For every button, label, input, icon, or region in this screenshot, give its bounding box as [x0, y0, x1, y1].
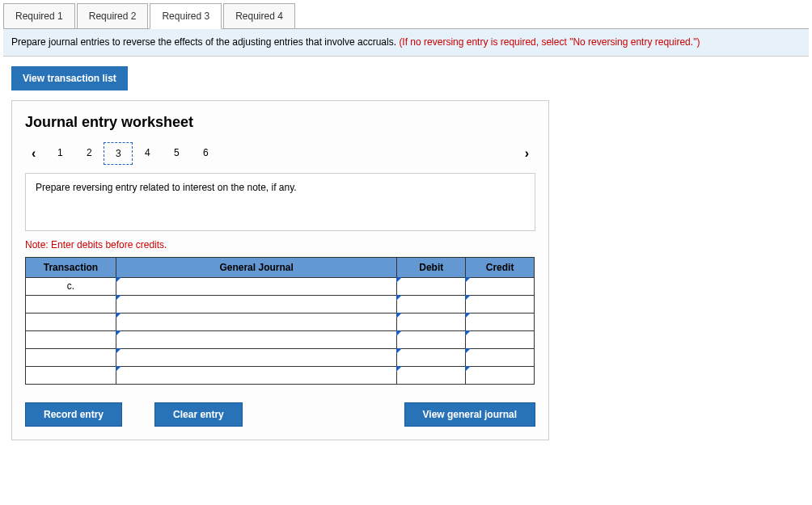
- table-row: [26, 295, 535, 313]
- pager-6[interactable]: 6: [191, 142, 220, 165]
- cell-debit[interactable]: [397, 366, 466, 384]
- clear-entry-button[interactable]: Clear entry: [154, 402, 243, 427]
- pager-3[interactable]: 3: [104, 142, 133, 165]
- cell-transaction[interactable]: [26, 313, 116, 330]
- instruction-hint: (If no reversing entry is required, sele…: [399, 36, 700, 48]
- cell-transaction[interactable]: [26, 348, 116, 366]
- worksheet-button-row: Record entry Clear entry View general jo…: [25, 402, 535, 427]
- cell-general-journal[interactable]: [116, 366, 396, 384]
- cell-debit[interactable]: [397, 330, 466, 348]
- pager-4[interactable]: 4: [133, 142, 162, 165]
- table-row: [26, 348, 535, 366]
- table-row: [26, 330, 535, 348]
- pager-numbers: 1 2 3 4 5 6: [45, 142, 518, 165]
- cell-credit[interactable]: [466, 348, 535, 366]
- cell-transaction[interactable]: [26, 366, 116, 384]
- journal-worksheet-panel: Journal entry worksheet ‹ 1 2 3 4 5 6 › …: [11, 100, 549, 440]
- chevron-left-icon[interactable]: ‹: [25, 143, 42, 164]
- cell-credit[interactable]: [466, 330, 535, 348]
- instruction-text: Prepare journal entries to reverse the e…: [11, 36, 399, 48]
- worksheet-title: Journal entry worksheet: [25, 114, 535, 131]
- journal-table: Transaction General Journal Debit Credit…: [25, 257, 535, 385]
- cell-credit[interactable]: [466, 313, 535, 330]
- cell-general-journal[interactable]: [116, 348, 396, 366]
- cell-credit[interactable]: [466, 277, 535, 295]
- view-transaction-list-button[interactable]: View transaction list: [11, 66, 128, 90]
- record-entry-button[interactable]: Record entry: [25, 402, 122, 427]
- note-debits-before-credits: Note: Enter debits before credits.: [25, 239, 535, 250]
- cell-general-journal[interactable]: [116, 313, 396, 330]
- tab-required-4[interactable]: Required 4: [223, 3, 295, 28]
- view-general-journal-button[interactable]: View general journal: [404, 402, 535, 427]
- cell-debit[interactable]: [397, 348, 466, 366]
- col-header-debit: Debit: [397, 257, 466, 277]
- cell-debit[interactable]: [397, 313, 466, 330]
- tab-required-3[interactable]: Required 3: [150, 3, 222, 29]
- pager-row: ‹ 1 2 3 4 5 6 ›: [25, 142, 535, 165]
- cell-general-journal[interactable]: [116, 295, 396, 313]
- cell-general-journal[interactable]: [116, 330, 396, 348]
- col-header-general-journal: General Journal: [116, 257, 396, 277]
- tabs-bar: Required 1 Required 2 Required 3 Require…: [3, 3, 809, 29]
- cell-transaction[interactable]: [26, 330, 116, 348]
- table-row: [26, 366, 535, 384]
- pager-2[interactable]: 2: [74, 142, 104, 165]
- cell-debit[interactable]: [397, 277, 466, 295]
- tab-required-2[interactable]: Required 2: [77, 3, 149, 28]
- entry-prompt: Prepare reversing entry related to inter…: [25, 173, 535, 231]
- cell-transaction[interactable]: [26, 295, 116, 313]
- table-row: c.: [26, 277, 535, 295]
- tab-required-1[interactable]: Required 1: [3, 3, 75, 28]
- instruction-banner: Prepare journal entries to reverse the e…: [3, 29, 809, 57]
- col-header-transaction: Transaction: [26, 257, 116, 277]
- chevron-right-icon[interactable]: ›: [518, 143, 535, 164]
- cell-transaction[interactable]: c.: [26, 277, 116, 295]
- pager-5[interactable]: 5: [162, 142, 191, 165]
- cell-credit[interactable]: [466, 295, 535, 313]
- cell-debit[interactable]: [397, 295, 466, 313]
- pager-1[interactable]: 1: [45, 142, 74, 165]
- cell-credit[interactable]: [466, 366, 535, 384]
- table-row: [26, 313, 535, 330]
- col-header-credit: Credit: [466, 257, 535, 277]
- cell-general-journal[interactable]: [116, 277, 396, 295]
